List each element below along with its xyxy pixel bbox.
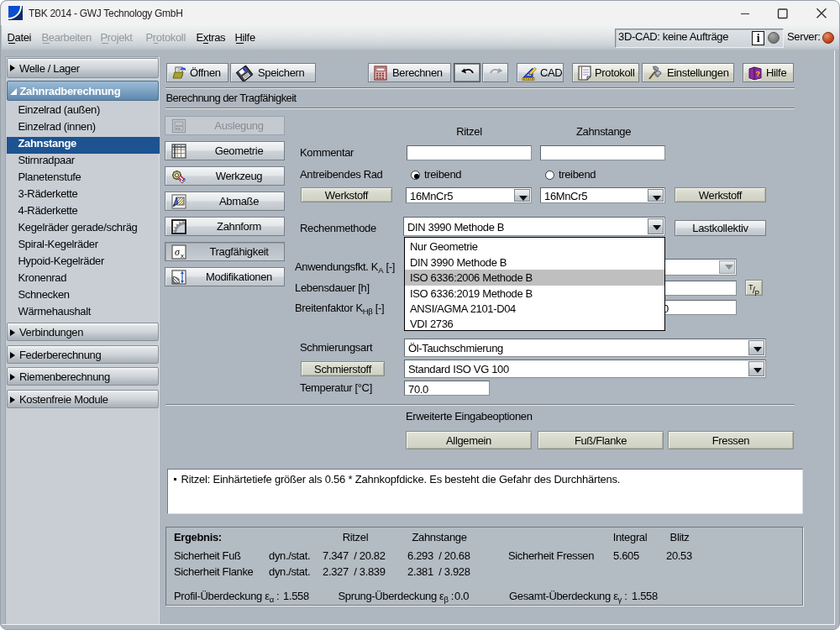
svg-text:?: ? xyxy=(755,70,759,78)
